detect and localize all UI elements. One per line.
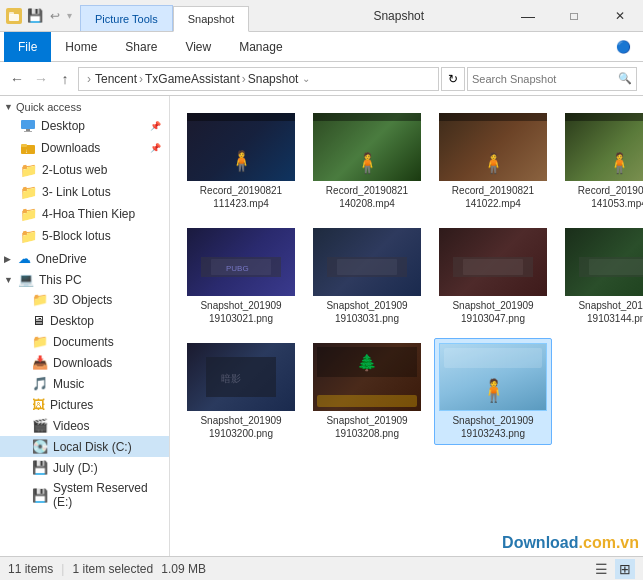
sidebar-spacer [0,512,169,520]
sidebar-label-pictures: Pictures [50,398,93,412]
sidebar-label-documents: Documents [53,335,114,349]
tab-snapshot[interactable]: Snapshot [173,6,249,32]
file-label-s7: Snapshot_20190919103243.png [452,414,533,440]
file-item-v3[interactable]: 🧍 Record_20190821141022.mp4 [434,108,552,215]
path-snapshot[interactable]: Snapshot [248,72,299,86]
sidebar-item-4hoa[interactable]: 📁 4-Hoa Thien Kiep [0,203,169,225]
file-item-v4[interactable]: 🧍 Record_20190821141053.mp4 [560,108,643,215]
thispc-icon: 💻 [18,272,34,287]
home-tab[interactable]: Home [51,32,111,62]
onedrive-icon: ☁ [18,251,31,266]
back-button[interactable]: ← [6,68,28,90]
sidebar-item-pictures[interactable]: 🖼 Pictures [0,394,169,415]
file-item-s5[interactable]: 暗影 Snapshot_20190919103200.png [182,338,300,445]
forward-button[interactable]: → [30,68,52,90]
save-button[interactable]: 💾 [25,7,45,24]
thumb-s7: 🧍 [439,343,547,411]
help-icon[interactable]: 🔵 [616,40,631,54]
sidebar-item-videos[interactable]: 🎬 Videos [0,415,169,436]
sidebar-label-videos: Videos [53,419,89,433]
sidebar-label-5block: 5-Block lotus [42,229,111,243]
maximize-button[interactable]: □ [551,0,597,32]
sidebar-label-4hoa: 4-Hoa Thien Kiep [42,207,135,221]
file-label-v2: Record_20190821140208.mp4 [326,184,408,210]
tab-picture-tools[interactable]: Picture Tools [80,5,173,31]
view-large-icons-button[interactable]: ⊞ [615,559,635,579]
file-label-s1: Snapshot_20190919103021.png [200,299,281,325]
thumb-s6: 🌲 [313,343,421,411]
file-grid: 🧍 Record_20190821111423.mp4 🧍 Record_201… [178,104,635,449]
status-filesize: 1.09 MB [161,562,206,576]
sidebar-thispc-header[interactable]: ▼ 💻 This PC [0,268,169,289]
minimize-button[interactable]: — [505,0,551,32]
pin-icon-desktop: 📌 [150,121,161,131]
path-dropdown[interactable]: ⌄ [302,73,310,84]
undo-button[interactable]: ↩ [48,8,62,24]
folder-icon-5block: 📁 [20,228,37,244]
file-item-v1[interactable]: 🧍 Record_20190821111423.mp4 [182,108,300,215]
sidebar-item-3dobjects[interactable]: 📁 3D Objects [0,289,169,310]
view-buttons: ☰ ⊞ [591,559,635,579]
file-label-s5: Snapshot_20190919103200.png [200,414,281,440]
folder-icon-3d: 📁 [32,292,48,307]
sidebar-onedrive-header[interactable]: ▶ ☁ OneDrive [0,247,169,268]
sidebar-item-localc[interactable]: 💽 Local Disk (C:) [0,436,169,457]
up-button[interactable]: ↑ [54,68,76,90]
folder-icon-4hoa: 📁 [20,206,37,222]
search-box[interactable]: 🔍 [467,67,637,91]
file-label-v3: Record_20190821141022.mp4 [452,184,534,210]
file-item-s1[interactable]: PUBG Snapshot_20190919103021.png [182,223,300,330]
drive-e-icon: 💾 [32,488,48,503]
manage-tab[interactable]: Manage [225,32,296,62]
sidebar-item-documents[interactable]: 📁 Documents [0,331,169,352]
sidebar-item-3link[interactable]: 📁 3- Link Lotus [0,181,169,203]
drive-c-icon: 💽 [32,439,48,454]
sidebar-label-3dobjects: 3D Objects [53,293,112,307]
refresh-button[interactable]: ↻ [441,67,465,91]
thumb-v4: 🧍 [565,113,643,181]
sidebar-item-sysres[interactable]: 💾 System Reserved (E:) [0,478,169,512]
sidebar-item-music[interactable]: 🎵 Music [0,373,169,394]
file-item-s4[interactable]: Snapshot_20190919103144.png [560,223,643,330]
sidebar-label-3link: 3- Link Lotus [42,185,111,199]
file-tab[interactable]: File [4,32,51,62]
pin-icon-downloads: 📌 [150,143,161,153]
status-selected: 1 item selected [72,562,153,576]
sidebar-quickaccess-header[interactable]: ▼ Quick access [0,98,169,115]
sidebar-item-downloads2[interactable]: 📥 Downloads [0,352,169,373]
downloads-folder-icon2: 📥 [32,355,48,370]
sidebar-item-desktop2[interactable]: 🖥 Desktop [0,310,169,331]
search-icon: 🔍 [618,72,632,85]
file-label-s3: Snapshot_20190919103047.png [452,299,533,325]
svg-rect-2 [21,120,35,129]
file-item-s2[interactable]: Snapshot_20190919103031.png [308,223,426,330]
sidebar-label-downloads2: Downloads [53,356,112,370]
desktop2-icon: 🖥 [32,313,45,328]
window-controls: — □ ✕ [505,0,643,31]
close-button[interactable]: ✕ [597,0,643,32]
file-item-s3[interactable]: Snapshot_20190919103047.png [434,223,552,330]
path-sep-2: › [242,72,246,86]
share-tab[interactable]: Share [111,32,171,62]
view-tab[interactable]: View [171,32,225,62]
sidebar-item-5block[interactable]: 📁 5-Block lotus [0,225,169,247]
sidebar-item-desktop[interactable]: Desktop 📌 [0,115,169,137]
sidebar-item-2lotus[interactable]: 📁 2-Lotus web [0,159,169,181]
ribbon: File Home Share View Manage 🔵 [0,32,643,62]
file-item-s6[interactable]: 🌲 Snapshot_20190919103208.png [308,338,426,445]
sidebar-item-downloads-top[interactable]: ↓ Downloads 📌 [0,137,169,159]
svg-text:↓: ↓ [25,148,28,154]
file-item-v2[interactable]: 🧍 Record_20190821140208.mp4 [308,108,426,215]
view-details-button[interactable]: ☰ [591,559,611,579]
customize-dropdown[interactable]: ▾ [65,9,74,22]
path-tencent[interactable]: Tencent [95,72,137,86]
address-path[interactable]: › Tencent › TxGameAssistant › Snapshot ⌄ [78,67,439,91]
sidebar-label-julyd: July (D:) [53,461,98,475]
sidebar-label-sysres: System Reserved (E:) [53,481,161,509]
file-item-s7[interactable]: 🧍 Snapshot_20190919103243.png [434,338,552,445]
sidebar-item-julyd[interactable]: 💾 July (D:) [0,457,169,478]
svg-rect-4 [24,131,32,132]
search-input[interactable] [472,73,618,85]
path-txgame[interactable]: TxGameAssistant [145,72,240,86]
status-bar: 11 items | 1 item selected 1.09 MB ☰ ⊞ [0,556,643,580]
